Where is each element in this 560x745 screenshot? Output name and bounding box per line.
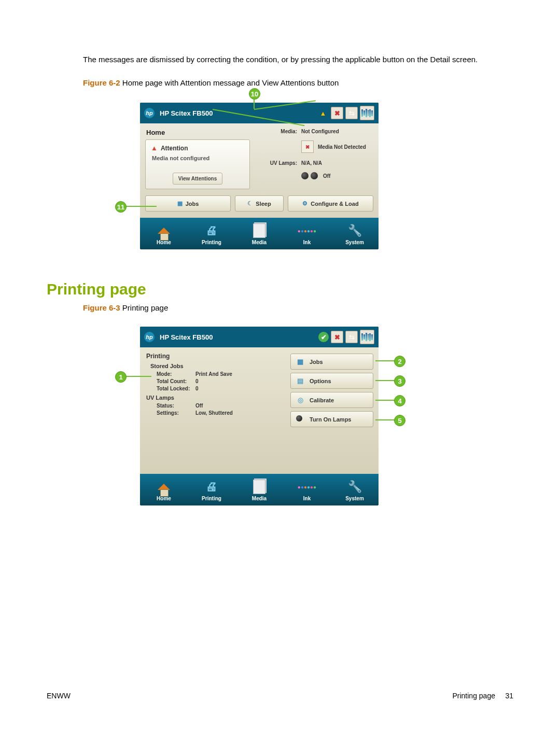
nav-media[interactable]: Media — [235, 477, 283, 505]
media-label: Media: — [269, 129, 297, 134]
warning-icon[interactable]: ▲ — [317, 107, 329, 119]
attention-message: Media not configured — [152, 155, 244, 161]
figure-desc: Printing page — [120, 303, 169, 312]
nav-media-label: Media — [235, 496, 283, 501]
printer-home-panel: hp HP Scitex FB500 ▲ ✖ ⇆ Home ▲ Attentio… — [140, 103, 379, 249]
ink-icon: ●●● ●●● — [283, 479, 331, 495]
home-icon — [158, 484, 170, 490]
bottom-nav: Home 🖨 Printing Media ●●● ●●● Ink — [140, 474, 379, 505]
lamp2-icon — [311, 172, 318, 179]
total-locked-label: Total Locked: — [157, 386, 195, 391]
page-number: 31 — [505, 692, 513, 700]
home-icon — [158, 228, 170, 234]
wrench-icon: 🔧 — [331, 479, 379, 495]
figure-desc: Home page with Attention message and Vie… — [120, 78, 339, 87]
nav-printing[interactable]: 🖨 Printing — [188, 477, 235, 505]
callout-2: 2 — [394, 356, 405, 367]
nav-system[interactable]: 🔧 System — [331, 477, 379, 505]
nav-home[interactable]: Home — [140, 477, 188, 505]
calibrate-label: Calibrate — [310, 397, 334, 403]
media-x-icon[interactable]: ✖ — [331, 107, 343, 119]
callout-11: 11 — [115, 201, 127, 213]
page-footer: ENWW Printing page 31 — [47, 692, 513, 700]
figure-6-3-caption: Figure 6-3 Printing page — [83, 303, 513, 312]
jobs-icon: ▦ — [177, 200, 183, 207]
jobs-button[interactable]: ▦Jobs — [290, 354, 373, 370]
panel-header: hp HP Scitex FB500 ▲ ✖ ⇆ — [140, 103, 379, 123]
printing-icon: 🖨 — [188, 479, 235, 495]
figure-label: Figure 6-2 — [83, 78, 120, 87]
hp-logo-icon: hp — [144, 108, 155, 118]
lamp-icon — [295, 415, 305, 423]
callout-4: 4 — [394, 395, 405, 406]
calibrate-button[interactable]: ◎Calibrate — [290, 392, 373, 408]
printer-printing-panel: hp HP Scitex FB500 ✔ ✖ ⇆ Printing Stored… — [140, 327, 379, 505]
attention-title: Attention — [161, 145, 188, 152]
sleep-button[interactable]: ☾ Sleep — [235, 195, 284, 212]
callout-3: 3 — [394, 375, 405, 387]
nav-system[interactable]: 🔧 System — [331, 221, 379, 249]
configure-load-button[interactable]: ⚙ Configure & Load — [288, 195, 373, 212]
nav-system-label: System — [331, 240, 379, 245]
nav-ink-label: Ink — [283, 240, 331, 245]
bottom-nav: Home 🖨 Printing Media ●●● ●●● Ink — [140, 218, 379, 249]
total-locked-value: 0 — [195, 386, 199, 391]
nav-ink[interactable]: ●●● ●●● Ink — [283, 477, 331, 505]
total-count-label: Total Count: — [157, 378, 195, 384]
figure-label: Figure 6-3 — [83, 303, 120, 312]
media-value: Not Configured — [301, 129, 372, 134]
nav-ink-label: Ink — [283, 496, 331, 501]
jobs-label: Jobs — [186, 201, 199, 207]
view-attentions-button[interactable]: View Attentions — [173, 173, 222, 185]
nav-media-label: Media — [235, 240, 283, 245]
nav-system-label: System — [331, 496, 379, 501]
callout-5: 5 — [394, 415, 405, 426]
uv-value: N/A, N/A — [301, 160, 372, 166]
mode-label: Mode: — [157, 371, 195, 377]
network-icon[interactable]: ⇆ — [345, 331, 358, 343]
lamps-label: Turn On Lamps — [310, 416, 351, 423]
attention-icon: ▲ — [151, 144, 158, 152]
jobs-button[interactable]: ▦ Jobs — [145, 195, 231, 212]
nav-ink[interactable]: ●●● ●●● Ink — [283, 221, 331, 249]
ink-icon: ●●● ●●● — [283, 223, 331, 238]
mode-value: Print And Save — [195, 371, 232, 377]
status-ok-icon[interactable]: ✔ — [318, 332, 329, 342]
ink-bars-icon[interactable] — [360, 106, 374, 120]
jobs-icon: ▦ — [295, 358, 305, 366]
uv-lamps-header: UV Lamps — [146, 395, 285, 401]
moon-icon: ☾ — [247, 200, 253, 207]
turn-on-lamps-button[interactable]: Turn On Lamps — [290, 411, 373, 427]
intro-paragraph: The messages are dismissed by correcting… — [83, 54, 508, 65]
options-button[interactable]: ▤Options — [290, 373, 373, 389]
options-label: Options — [310, 378, 331, 384]
hp-logo-icon: hp — [144, 332, 155, 342]
media-detect: Media Not Detected — [318, 144, 372, 150]
model-name: HP Scitex FB500 — [160, 333, 318, 341]
nav-printing[interactable]: 🖨 Printing — [188, 221, 235, 249]
uv-label: UV Lamps: — [269, 160, 297, 166]
callout-10: 10 — [249, 88, 260, 100]
settings-label: Settings: — [157, 410, 195, 416]
section-heading: Printing page — [47, 280, 513, 298]
media-icon — [253, 223, 265, 238]
panel-header: hp HP Scitex FB500 ✔ ✖ ⇆ — [140, 327, 379, 347]
ink-bars-icon[interactable] — [360, 330, 374, 344]
network-icon[interactable]: ⇆ — [345, 107, 358, 119]
media-x-icon[interactable]: ✖ — [331, 331, 343, 343]
figure-6-2-caption: Figure 6-2 Home page with Attention mess… — [83, 78, 513, 87]
figure-6-3: 1 2 3 4 5 hp HP Scitex FB500 ✔ ✖ ⇆ — [140, 327, 379, 505]
figure-6-2: 10 11 hp HP Scitex FB500 ▲ ✖ ⇆ Home — [140, 103, 379, 249]
media-icon — [253, 480, 265, 494]
callout-1: 1 — [115, 371, 127, 383]
sleep-label: Sleep — [256, 201, 271, 207]
wrench-icon: 🔧 — [331, 223, 379, 238]
nav-media[interactable]: Media — [235, 221, 283, 249]
status-value: Off — [195, 403, 203, 409]
page-title: Printing — [146, 353, 285, 360]
lamp1-icon — [301, 172, 309, 179]
nav-printing-label: Printing — [188, 496, 235, 501]
nav-home[interactable]: Home — [140, 221, 188, 249]
media-nodetect-icon: ✖ — [301, 140, 314, 153]
status-label: Status: — [157, 403, 195, 409]
